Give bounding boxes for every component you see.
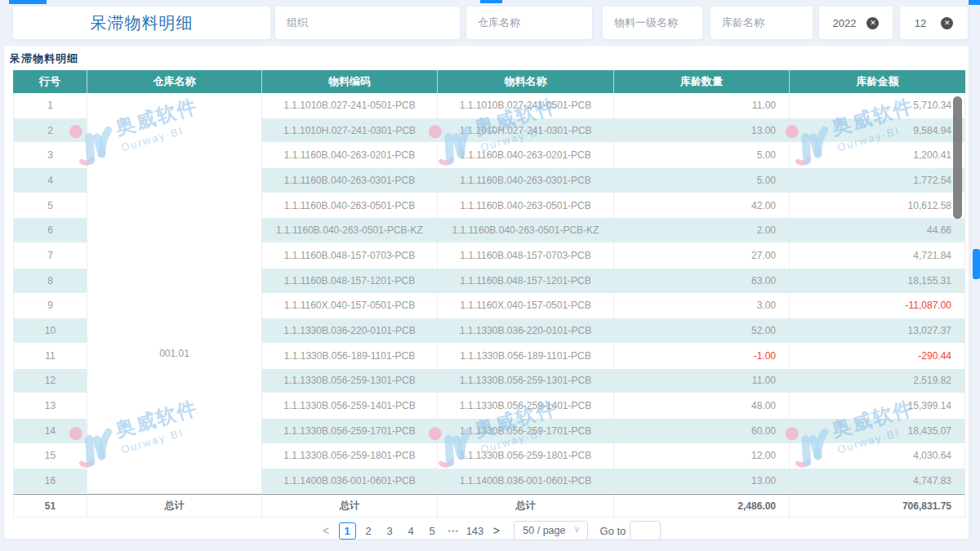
goto-page-input[interactable] <box>630 521 661 540</box>
col-header-material-code: 物料编码 <box>262 70 438 93</box>
cell-code: 1.1.1160B.040-263-0501-PCB <box>262 193 438 219</box>
cell-code: 1.1.1010H.027-241-0301-PCB <box>262 118 438 144</box>
col-header-row-no: 行号 <box>13 70 87 93</box>
total-row-no: 51 <box>13 494 87 518</box>
table-body: 1001.011.1.1010B.027-241-0501-PCB1.1.101… <box>13 93 965 494</box>
clear-icon[interactable]: ✕ <box>941 17 953 29</box>
cell-qty: 12.00 <box>614 444 790 469</box>
filter-organization[interactable]: 组织 <box>275 7 460 39</box>
cell-qty: 5.00 <box>614 143 790 168</box>
filter-month-value: 12 <box>915 17 926 29</box>
cell-code: 1.1.1160B.048-157-1201-PCB <box>262 269 438 294</box>
col-header-material-name: 物料名称 <box>438 70 614 93</box>
cell-code: 1.1.1400B.036-001-0601-PCB <box>262 469 438 494</box>
col-header-age-qty: 库龄数量 <box>614 70 790 93</box>
cell-code: 1.1.1330B.036-220-0101-PCB <box>262 318 438 344</box>
cell-no: 8 <box>13 269 87 294</box>
table-scrollbar-thumb[interactable] <box>953 96 962 219</box>
cell-code: 1.1.1330B.056-259-1401-PCB <box>262 393 438 419</box>
cell-qty: 2.00 <box>614 218 790 243</box>
cell-no: 5 <box>13 193 87 219</box>
clear-icon[interactable]: ✕ <box>866 17 879 29</box>
cell-name: 1.1.1010B.027-241-0501-PCB <box>438 93 614 118</box>
cell-no: 12 <box>13 369 87 394</box>
cell-code: 1.1.1330B.056-259-1801-PCB <box>262 444 438 469</box>
filter-age-name[interactable]: 库龄名称 <box>710 7 813 39</box>
page-button-3[interactable]: 3 <box>381 522 399 540</box>
cell-amount: 9,584.94 <box>790 118 965 144</box>
next-page-button[interactable]: > <box>488 522 505 540</box>
cell-qty: 13.00 <box>614 469 790 494</box>
page-button-2[interactable]: 2 <box>360 522 377 540</box>
cell-no: 10 <box>13 318 87 344</box>
cell-qty: 5.00 <box>614 168 790 193</box>
cell-amount: 44.66 <box>790 218 965 243</box>
cell-amount: 18,155.31 <box>790 269 965 294</box>
page-button-5[interactable]: 5 <box>424 522 441 540</box>
cell-name: 1.1.1160B.048-157-0703-PCB <box>438 243 614 269</box>
accent-bar-top-right <box>969 0 980 5</box>
filter-year-value: 2022 <box>833 17 857 29</box>
cell-qty: 63.00 <box>614 269 790 294</box>
table-row: 1001.011.1.1010B.027-241-0501-PCB1.1.101… <box>13 93 965 118</box>
cell-qty: 60.00 <box>614 419 790 444</box>
filter-year[interactable]: 2022 ✕ <box>819 7 893 39</box>
cell-no: 16 <box>13 469 87 494</box>
page-size-value: 50 / page <box>523 525 565 536</box>
page-button-1[interactable]: 1 <box>339 522 356 540</box>
cell-amount: 2,519.82 <box>790 369 965 394</box>
accent-bar-top-left <box>9 0 47 4</box>
col-header-warehouse: 仓库名称 <box>87 70 262 93</box>
filter-month[interactable]: 12 ✕ <box>900 7 968 39</box>
cell-amount: 10,612.58 <box>790 193 965 219</box>
data-table-wrap: 行号 仓库名称 物料编码 物料名称 库龄数量 库龄金额 1001.011.1.1… <box>13 70 965 518</box>
filter-warehouse-name[interactable]: 仓库名称 <box>466 7 592 39</box>
cell-no: 13 <box>13 393 87 419</box>
table-total-row: 51 总计 总计 总计 2,486.00 706,831.75 <box>13 494 965 518</box>
cell-qty: 27.00 <box>614 243 790 269</box>
page-button-4[interactable]: 4 <box>403 522 420 540</box>
cell-code: 1.1.1160B.048-157-0703-PCB <box>262 243 438 269</box>
page-scrollbar-thumb[interactable] <box>973 249 980 279</box>
filter-organization-placeholder: 组织 <box>287 16 308 30</box>
chevron-down-icon: ∨ <box>573 524 580 535</box>
cell-no: 11 <box>13 344 87 369</box>
cell-amount: 15,399.14 <box>790 393 965 419</box>
cell-code: 1.1.1160B.040-263-0501-PCB-KZ <box>262 218 438 243</box>
cell-code: 1.1.1330B.056-189-1101-PCB <box>262 344 438 369</box>
cell-amount: 4,030.64 <box>790 444 965 469</box>
cell-code: 1.1.1330B.056-259-1301-PCB <box>262 369 438 394</box>
cell-name: 1.1.1160B.040-263-0201-PCB <box>438 143 614 168</box>
page-size-select[interactable]: 50 / page ∨ <box>514 521 587 540</box>
total-age-qty: 2,486.00 <box>614 494 790 518</box>
cell-amount: -290.44 <box>790 344 965 369</box>
cell-code: 1.1.1330B.056-259-1701-PCB <box>262 419 438 444</box>
prev-page-button[interactable]: < <box>318 522 335 540</box>
pagination-ellipsis[interactable]: ••• <box>445 522 462 540</box>
table-subtitle: 呆滞物料明细 <box>10 51 78 66</box>
cell-code: 1.1.1160B.040-263-0201-PCB <box>262 143 438 168</box>
cell-amount: 5,710.34 <box>790 93 965 118</box>
total-age-amount: 706,831.75 <box>790 494 965 518</box>
cell-qty: 48.00 <box>614 393 790 419</box>
total-material-name: 总计 <box>438 494 614 518</box>
cell-name: 1.1.1160B.040-263-0301-PCB <box>438 168 614 193</box>
filter-material-level1-name[interactable]: 物料一级名称 <box>603 7 702 39</box>
goto-label: Go to <box>600 525 626 537</box>
total-warehouse: 总计 <box>87 494 262 518</box>
cell-qty: -1.00 <box>614 344 790 369</box>
cell-amount: -11,087.00 <box>790 294 965 319</box>
filter-age-placeholder: 库龄名称 <box>722 16 764 30</box>
page-button-last[interactable]: 143 <box>466 522 484 540</box>
cell-no: 9 <box>13 294 87 319</box>
cell-name: 1.1.1010H.027-241-0301-PCB <box>438 118 614 144</box>
cell-no: 1 <box>13 93 87 118</box>
cell-no: 3 <box>13 143 87 168</box>
table-header-row: 行号 仓库名称 物料编码 物料名称 库龄数量 库龄金额 <box>13 70 965 93</box>
cell-qty: 13.00 <box>614 118 790 144</box>
cell-code: 1.1.1160B.040-263-0301-PCB <box>262 168 438 193</box>
cell-name: 1.1.1400B.036-001-0601-PCB <box>438 469 614 494</box>
col-header-age-amount: 库龄金额 <box>790 70 965 93</box>
cell-name: 1.1.1330B.056-259-1701-PCB <box>438 419 614 444</box>
cell-qty: 11.00 <box>614 93 790 118</box>
